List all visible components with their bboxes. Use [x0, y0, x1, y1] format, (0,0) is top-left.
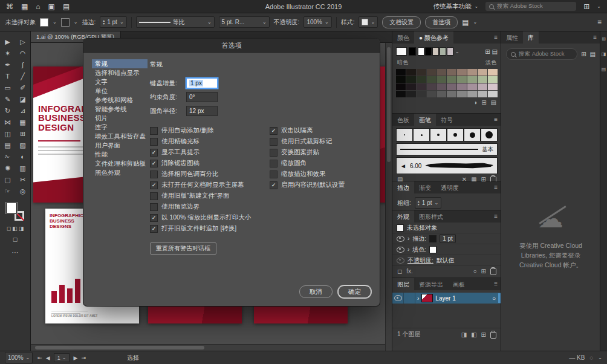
color-guide-swatch[interactable] — [396, 83, 406, 90]
rotate-tool[interactable]: ↻ — [2, 105, 14, 116]
color-guide-swatch[interactable] — [457, 69, 467, 76]
graph-tool[interactable]: ▥ — [17, 163, 29, 174]
fill-swatch[interactable] — [40, 18, 48, 27]
calligraphic-brush[interactable] — [430, 128, 447, 141]
stroke-panel-tabs-tab-0[interactable]: 描边 — [392, 181, 414, 193]
dialog-category-6[interactable]: 切片 — [92, 114, 148, 123]
last-artboard-icon[interactable]: ⇥ — [81, 355, 86, 361]
harmony-swatch[interactable] — [440, 47, 446, 56]
checkbox-row[interactable]: 使用旧版"新建文件"界面 — [150, 190, 270, 201]
dock-icon[interactable]: ⊞ — [583, 0, 589, 13]
checkbox[interactable]: ✓ — [150, 214, 158, 222]
dialog-category-11[interactable]: 文件处理和剪贴板 — [92, 159, 148, 168]
checkbox-row[interactable]: 缩放描边和效果 — [270, 169, 372, 180]
color-guide-swatch[interactable] — [437, 91, 447, 97]
collapsed-panel-icon[interactable]: ▤ — [602, 67, 606, 72]
layer-target-icon[interactable]: ○ — [492, 295, 496, 302]
checkbox[interactable] — [150, 127, 158, 135]
cancel-button[interactable]: 取消 — [299, 285, 333, 298]
field-input-0[interactable]: 1 px — [186, 78, 218, 88]
grid-view-icon[interactable]: ⊞ — [485, 48, 490, 55]
checkbox-row[interactable]: ✓消除锯齿图稿 — [150, 158, 270, 169]
panel-menu-icon[interactable]: ≡ — [490, 278, 501, 290]
dialog-category-9[interactable]: 用户界面 — [92, 141, 148, 150]
chevron-down-icon[interactable]: ⌄ — [262, 19, 267, 25]
harmony-swatch[interactable] — [432, 47, 439, 56]
apple-menu-icon[interactable]: ⌘ — [6, 0, 13, 13]
color-guide-swatch[interactable] — [457, 76, 467, 83]
sync-status-icon[interactable]: ◌ — [589, 354, 593, 361]
make-mask-icon[interactable]: ◨ — [461, 331, 467, 338]
harmony-chevron-icon[interactable]: ⌄ — [455, 49, 459, 54]
chevron-right-icon[interactable]: › — [407, 235, 409, 242]
checkbox[interactable] — [270, 149, 278, 157]
checkbox[interactable] — [270, 171, 278, 178]
chevron-down-icon[interactable]: ⌄ — [371, 19, 375, 25]
chevron-right-icon[interactable]: › — [407, 246, 409, 253]
layers-panel-tabs-tab-2[interactable]: 画板 — [448, 278, 470, 290]
fill-color-well[interactable] — [6, 203, 17, 213]
artboard-nav-icon[interactable]: ▣ — [48, 0, 55, 13]
color-panel-tabs-tab-0[interactable]: 颜色 — [392, 31, 414, 44]
artboard-tool[interactable]: ▢ — [2, 174, 14, 185]
color-guide-swatch[interactable] — [447, 83, 456, 90]
checkbox[interactable]: ✓ — [270, 127, 278, 135]
stroke-panel-tabs-tab-1[interactable]: 渐变 — [414, 181, 436, 193]
first-artboard-icon[interactable]: ⇤ — [37, 355, 42, 361]
color-guide-swatch[interactable] — [396, 69, 406, 76]
checkbox[interactable] — [150, 138, 158, 146]
mesh-tool[interactable]: ▤ — [2, 140, 14, 151]
brushes-panel-tabs-tab-1[interactable]: 画笔 — [414, 114, 436, 126]
stroke-chevron-icon[interactable]: ⌄ — [74, 19, 78, 25]
brushes-panel-tabs-tab-2[interactable]: 符号 — [436, 114, 458, 126]
document-setup-button[interactable]: 文档设置 — [382, 16, 421, 28]
checkbox[interactable]: ✓ — [270, 181, 278, 189]
status-chevron-icon[interactable]: ⌄ — [598, 355, 602, 360]
hand-tool[interactable]: ☞ — [2, 186, 14, 197]
panel-menu-icon[interactable]: ≡ — [490, 114, 501, 126]
color-guide-swatch[interactable] — [478, 83, 487, 90]
dialog-category-10[interactable]: 性能 — [92, 150, 148, 159]
checkbox-row[interactable]: ✓双击以隔离 — [270, 125, 372, 136]
color-guide-swatch[interactable] — [447, 76, 456, 83]
arrange-documents-icon[interactable]: ▤ — [63, 0, 70, 13]
step-down-icon[interactable]: ▾ — [418, 203, 420, 206]
opacity-dropdown[interactable]: 100% ⌄ — [304, 16, 331, 28]
checkbox-row[interactable]: 选择相同色调百分比 — [150, 169, 270, 180]
eraser-tool[interactable]: ◪ — [17, 94, 29, 105]
magic-wand-tool[interactable]: ✶ — [2, 48, 14, 59]
next-artboard-icon[interactable]: ▶ — [73, 355, 77, 361]
lasso-tool[interactable]: ◠ — [17, 48, 29, 59]
visibility-eye-icon[interactable] — [397, 247, 404, 253]
scroll-thumb[interactable] — [387, 47, 391, 162]
scale-tool[interactable]: ⊿ — [17, 105, 29, 116]
harmony-swatch[interactable] — [425, 47, 432, 56]
ok-button[interactable]: 确定 — [338, 285, 371, 298]
color-guide-swatch[interactable] — [478, 69, 487, 76]
brush-definition-dropdown[interactable]: 5 pt. R... ⌄ — [219, 16, 270, 28]
list-view-icon[interactable]: ▤ — [492, 48, 498, 55]
color-guide-swatch[interactable] — [427, 69, 437, 76]
dialog-category-2[interactable]: 文字 — [92, 77, 148, 86]
duplicate-item-icon[interactable]: ⊞ — [481, 268, 486, 275]
rectangle-tool[interactable]: ▭ — [2, 82, 14, 93]
library-list-view-icon[interactable]: ▤ — [590, 51, 596, 57]
appearance-fill-row[interactable]: › 填色: — [392, 244, 501, 255]
color-guide-swatch[interactable] — [427, 76, 437, 83]
preferences-button[interactable]: 首选项 — [425, 16, 458, 28]
dialog-category-5[interactable]: 智能参考线 — [92, 105, 148, 114]
color-guide-swatch[interactable] — [467, 69, 477, 76]
curvature-tool[interactable]: ∫ — [17, 59, 29, 70]
charcoal-brush-row[interactable]: ◄ 6.00 — [396, 157, 498, 174]
free-transform-tool[interactable]: ▦ — [17, 117, 29, 128]
draw-normal-icon[interactable]: ◻ — [7, 226, 11, 232]
color-guide-swatch[interactable] — [457, 91, 467, 97]
new-layer-icon[interactable]: ⊞ — [481, 331, 486, 338]
paintbrush-tool[interactable]: ✐ — [17, 82, 29, 93]
checkbox[interactable]: ✓ — [150, 149, 158, 157]
slice-tool[interactable]: ✂ — [17, 174, 29, 185]
dialog-category-3[interactable]: 单位 — [92, 86, 148, 96]
layer-lock-cell[interactable] — [404, 293, 415, 304]
color-guide-swatch[interactable] — [406, 91, 416, 97]
blend-tool[interactable]: ◐ — [17, 151, 29, 162]
